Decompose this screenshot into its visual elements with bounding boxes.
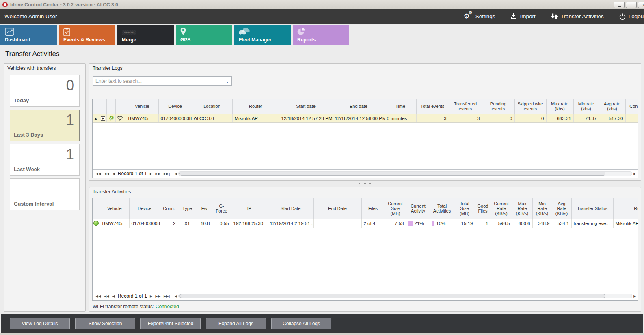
col-skipped-wire-events[interactable]: Skipped wire events xyxy=(514,99,546,114)
tab-reports[interactable]: Reports xyxy=(293,25,349,45)
tab-fleet-manager[interactable]: Fleet Manager xyxy=(234,25,291,45)
scrollbar-thumb[interactable] xyxy=(179,172,605,176)
col-fw[interactable]: Fw xyxy=(197,198,212,219)
prev-record-button[interactable] xyxy=(112,294,115,298)
cell-files: 2 of 4 xyxy=(361,219,385,228)
col-device[interactable]: Device xyxy=(129,198,160,219)
col-conn[interactable]: Conn. xyxy=(625,99,638,114)
col-vehicle[interactable]: Vehicle xyxy=(100,198,129,219)
col-ip[interactable]: IP xyxy=(231,198,268,219)
col-avg-rate[interactable]: Avg rate (kbs) xyxy=(599,99,625,114)
col-start-date[interactable]: Start Date xyxy=(268,198,313,219)
scroll-right-button[interactable] xyxy=(633,294,636,298)
next-record-button[interactable] xyxy=(150,172,153,176)
activities-horizontal-scrollbar[interactable] xyxy=(173,292,638,300)
cars-icon xyxy=(239,28,250,35)
col-vehicle[interactable]: Vehicle xyxy=(126,99,158,114)
col-max-rate[interactable]: Max rate (kbs) xyxy=(546,99,573,114)
next-page-button[interactable] xyxy=(156,172,161,176)
maximize-button[interactable] xyxy=(626,2,637,8)
transfer-activities-title: Transfer Activities xyxy=(89,187,641,196)
collapse-all-logs-button[interactable]: Collapse All Logs xyxy=(271,318,331,329)
col-start-date[interactable]: Start date xyxy=(279,99,333,114)
view-log-details-button[interactable]: View Log Details xyxy=(10,318,70,329)
cell-vehicle: BMW740i xyxy=(100,219,129,228)
scroll-left-button[interactable] xyxy=(175,294,177,298)
col-time[interactable]: Time xyxy=(385,99,416,114)
col-current-size[interactable]: Current Size (MB) xyxy=(385,198,406,219)
col-transfer-status[interactable]: Transfer Status xyxy=(571,198,613,219)
col-total-events[interactable]: Total events xyxy=(416,99,449,114)
card-label: Custom Interval xyxy=(14,201,54,207)
tab-merge[interactable]: MERGE Merge xyxy=(117,25,174,45)
filter-card-custom-interval[interactable]: Custom Interval xyxy=(10,178,80,210)
col-avg-rate[interactable]: Avg Rate (KB/s) xyxy=(552,198,571,219)
col-files[interactable]: Files xyxy=(361,198,385,219)
close-button[interactable] xyxy=(638,2,644,8)
search-dropdown-button[interactable] xyxy=(223,77,231,85)
col-type[interactable]: Type xyxy=(178,198,197,219)
filter-card-last-3-days[interactable]: 1 Last 3 Days xyxy=(10,110,80,141)
first-record-button[interactable] xyxy=(95,172,101,176)
cell-fw: 10.8 xyxy=(197,219,212,228)
scroll-right-button[interactable] xyxy=(633,172,636,176)
expand-row-cell[interactable] xyxy=(99,114,106,122)
wifi-status-cell xyxy=(115,114,126,122)
tab-gps[interactable]: GPS xyxy=(176,25,232,45)
col-min-rate[interactable]: Min Rate (KB/s) xyxy=(532,198,552,219)
col-good-files[interactable]: Good Files xyxy=(475,198,491,219)
cell-total-events: 3 xyxy=(416,114,449,122)
scroll-left-button[interactable] xyxy=(175,172,177,176)
progress-label: 10% xyxy=(436,221,445,226)
col-end-date[interactable]: End Date xyxy=(313,198,361,219)
scrollbar-thumb[interactable] xyxy=(179,294,605,298)
tab-dashboard[interactable]: Dashboard xyxy=(0,25,57,45)
last-record-button[interactable] xyxy=(164,294,170,298)
col-location[interactable]: Location xyxy=(192,99,232,114)
col-min-rate[interactable]: Min rate (kbs) xyxy=(573,99,599,114)
filter-card-today[interactable]: 0 Today xyxy=(10,75,80,107)
col-current-activity[interactable]: Current Activity xyxy=(406,198,430,219)
tab-events-reviews[interactable]: Events & Reviews xyxy=(59,25,115,45)
card-label: Today xyxy=(14,97,29,103)
col-pending-events[interactable]: Pending events xyxy=(482,99,514,114)
col-router[interactable]: Router xyxy=(232,99,279,114)
logs-horizontal-scrollbar[interactable] xyxy=(173,170,638,178)
col-total-size[interactable]: Total Size (MB) xyxy=(454,198,475,219)
col-end-date[interactable]: End date xyxy=(333,99,385,114)
show-selection-button[interactable]: Show Selection xyxy=(75,318,135,329)
col-router[interactable]: Rout xyxy=(613,198,638,219)
col-total-activities[interactable]: Total Activities xyxy=(430,198,454,219)
col-max-rate[interactable]: Max Rate (KB/s) xyxy=(512,198,532,219)
first-record-button[interactable] xyxy=(95,294,101,298)
prev-record-button[interactable] xyxy=(112,172,115,176)
next-record-button[interactable] xyxy=(150,294,153,298)
col-conn[interactable]: Conn. xyxy=(160,198,178,219)
transfer-activity-row[interactable]: BMW740i 017040000038 2 X1 10.8 0.55 192.… xyxy=(93,219,638,228)
col-transferred-events[interactable]: Transferred events xyxy=(449,99,482,114)
settings-button[interactable]: Settings xyxy=(464,13,495,20)
import-button[interactable]: Import xyxy=(510,13,535,19)
cell-good-files: 1 xyxy=(475,219,491,228)
tab-label: Dashboard xyxy=(5,37,30,43)
next-page-button[interactable] xyxy=(156,294,161,298)
search-input[interactable] xyxy=(93,77,223,85)
col-current-rate[interactable]: Current Rate (KB/s) xyxy=(491,198,512,219)
col-g-force[interactable]: G-Force xyxy=(212,198,231,219)
last-record-button[interactable] xyxy=(164,172,170,176)
filter-card-last-week[interactable]: 1 Last Week xyxy=(10,144,80,176)
search-combobox[interactable] xyxy=(93,76,232,86)
scrollbar-track[interactable] xyxy=(178,294,632,298)
expand-all-logs-button[interactable]: Expand All Logs xyxy=(206,318,266,329)
export-print-selected-button[interactable]: Export/Print Selected xyxy=(140,318,201,329)
prev-page-button[interactable] xyxy=(104,294,109,298)
col-device[interactable]: Device xyxy=(158,99,192,114)
minimize-button[interactable] xyxy=(614,2,625,8)
logout-button[interactable]: Logout xyxy=(619,13,644,20)
panel-splitter[interactable] xyxy=(89,182,641,186)
transfer-log-row[interactable]: BMW740i 017040000038 Al CC 3.0 Mikrotik … xyxy=(93,114,638,122)
scrollbar-track[interactable] xyxy=(178,171,632,176)
transfer-activities-panel: Transfer Activities Vehicle Device Conn. xyxy=(89,187,641,312)
transfer-activities-button[interactable]: Transfer Activities xyxy=(551,13,604,19)
prev-page-button[interactable] xyxy=(104,172,109,176)
